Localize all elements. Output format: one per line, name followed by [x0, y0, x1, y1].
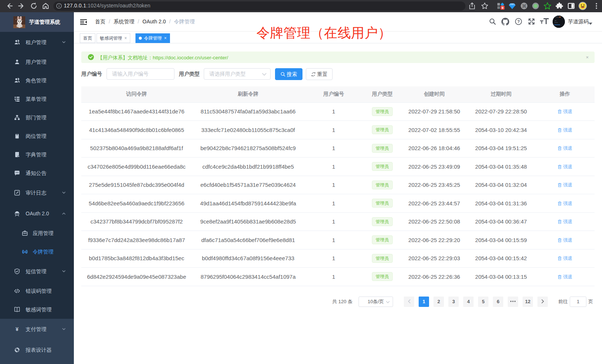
svg-text:(a): (a) [23, 250, 27, 254]
svg-text:⌘: ⌘ [522, 3, 527, 9]
svg-text:9: 9 [501, 6, 503, 10]
svg-text:?: ? [517, 19, 520, 24]
svg-text:¥: ¥ [16, 326, 19, 332]
